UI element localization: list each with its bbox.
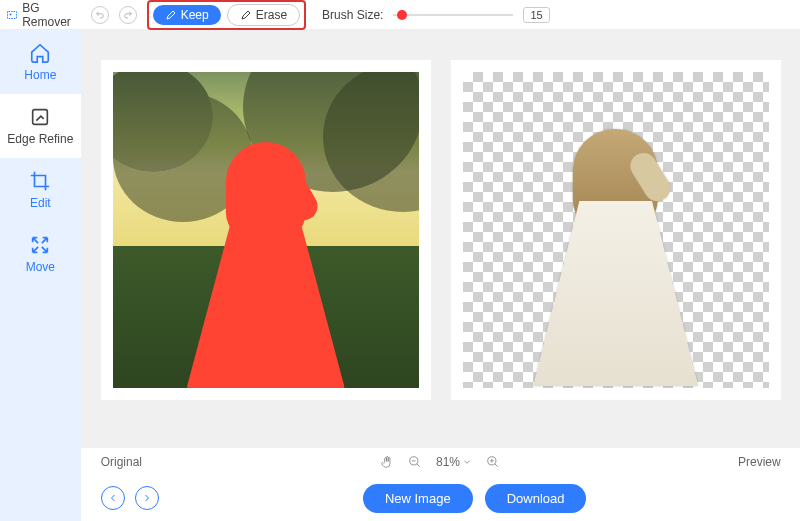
app-title: BG Remover [22, 1, 75, 29]
sidebar-item-move[interactable]: Move [0, 222, 81, 286]
zoom-in-icon[interactable] [486, 455, 500, 469]
chevron-right-icon [141, 492, 153, 504]
original-image [113, 72, 419, 388]
sidebar-item-edit[interactable]: Edit [0, 158, 81, 222]
brush-erase-icon [240, 9, 252, 21]
canvas-area [81, 30, 800, 447]
sidebar: BG Remover Home Edge Refine Edit Move [0, 0, 81, 521]
redo-icon [123, 10, 133, 20]
new-image-button[interactable]: New Image [363, 484, 473, 513]
preview-dress [533, 201, 698, 386]
preview-figure [527, 129, 704, 382]
sidebar-label-home: Home [24, 68, 56, 82]
app-logo: BG Remover [0, 0, 81, 30]
erase-button[interactable]: Erase [227, 4, 300, 26]
slider-track [393, 14, 513, 16]
expand-icon [29, 234, 51, 256]
edge-refine-icon [29, 106, 51, 128]
crop-icon [29, 170, 51, 192]
zoom-level: 81% [436, 455, 472, 469]
sidebar-label-move: Move [26, 260, 55, 274]
brush-keep-icon [165, 9, 177, 21]
logo-icon [6, 7, 18, 23]
status-bar: Original 81% Preview [81, 447, 800, 475]
sidebar-item-edge-refine[interactable]: Edge Refine [0, 94, 81, 158]
hand-tool-icon[interactable] [380, 455, 394, 469]
slider-thumb[interactable] [397, 10, 407, 20]
sidebar-item-home[interactable]: Home [0, 30, 81, 94]
brush-size-label: Brush Size: [322, 8, 383, 22]
figure-dress [186, 212, 346, 388]
figure-mask [182, 142, 350, 379]
next-button[interactable] [135, 486, 159, 510]
home-icon [29, 42, 51, 64]
main-area: Keep Erase Brush Size: 15 [81, 0, 800, 521]
sidebar-label-edit: Edit [30, 196, 51, 210]
keep-button[interactable]: Keep [153, 5, 221, 25]
preview-image [463, 72, 769, 388]
erase-label: Erase [256, 8, 287, 22]
preview-label: Preview [738, 455, 781, 469]
svg-point-1 [10, 13, 12, 15]
preview-panel[interactable] [451, 60, 781, 400]
svg-rect-0 [8, 11, 17, 18]
toolbar: Keep Erase Brush Size: 15 [81, 0, 800, 30]
original-label: Original [101, 455, 142, 469]
zoom-value: 81% [436, 455, 460, 469]
undo-button[interactable] [91, 6, 109, 24]
undo-icon [95, 10, 105, 20]
original-panel[interactable] [101, 60, 431, 400]
brush-size-value[interactable]: 15 [523, 7, 549, 23]
sidebar-label-edge-refine: Edge Refine [7, 132, 73, 146]
redo-button[interactable] [119, 6, 137, 24]
prev-button[interactable] [101, 486, 125, 510]
highlight-box: Keep Erase [147, 0, 306, 30]
app-root: BG Remover Home Edge Refine Edit Move [0, 0, 800, 521]
chevron-left-icon [107, 492, 119, 504]
keep-label: Keep [181, 8, 209, 22]
zoom-out-icon[interactable] [408, 455, 422, 469]
download-button[interactable]: Download [485, 484, 587, 513]
chevron-down-icon[interactable] [462, 457, 472, 467]
brush-size-slider[interactable] [393, 6, 513, 24]
action-bar: New Image Download [81, 475, 800, 521]
